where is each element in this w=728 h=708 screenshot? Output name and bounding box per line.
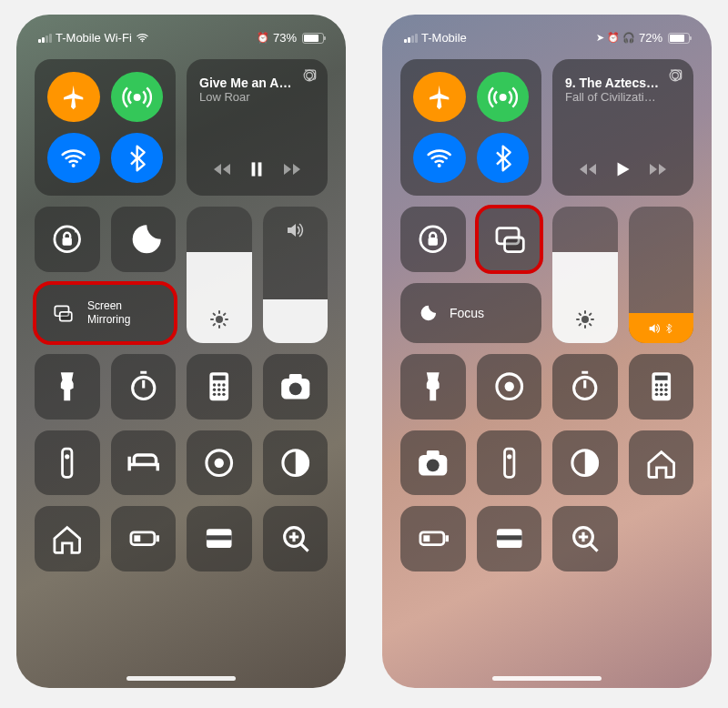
bluetooth-toggle[interactable] [111, 133, 164, 183]
screen-mirroring-icon [490, 220, 528, 258]
home-button[interactable] [629, 430, 694, 496]
home-indicator[interactable] [492, 676, 602, 681]
alarm-icon: ⏰ [257, 32, 269, 44]
bluetooth-icon [663, 323, 674, 334]
screen-mirroring-button[interactable] [477, 207, 542, 272]
cellular-toggle[interactable] [111, 72, 164, 122]
battery-icon [668, 33, 690, 44]
forward-button[interactable] [281, 158, 303, 180]
screen-mirroring-button[interactable]: Screen Mirroring [35, 283, 176, 344]
focus-label: Focus [450, 306, 484, 320]
calculator-button[interactable] [187, 354, 252, 420]
dark-mode-button[interactable] [552, 430, 618, 496]
play-button[interactable] [611, 157, 634, 181]
wifi-icon [136, 31, 149, 45]
track-title: 9. The Aztecs… [565, 76, 681, 90]
wallet-button[interactable] [187, 506, 252, 571]
shortcut-grid [400, 354, 693, 571]
home-button[interactable] [35, 506, 100, 571]
magnifier-button[interactable] [552, 506, 618, 571]
sleep-button[interactable] [111, 430, 177, 496]
brightness-slider[interactable] [187, 207, 252, 343]
timer-button[interactable] [111, 354, 177, 420]
volume-slider[interactable] [263, 207, 329, 343]
flashlight-button[interactable] [35, 354, 100, 420]
signal-bars-icon [38, 34, 52, 43]
connectivity-panel[interactable] [35, 59, 176, 196]
remote-button[interactable] [35, 430, 100, 496]
airplane-toggle[interactable] [413, 72, 466, 122]
moon-icon [417, 303, 437, 323]
screen-record-button[interactable] [187, 430, 252, 496]
screen-mirroring-label: Screen Mirroring [87, 299, 130, 326]
battery-pct: 72% [639, 31, 662, 45]
rewind-button[interactable] [211, 158, 233, 180]
control-center-right: T-Mobile ➤ ⏰ 🎧 72% 9. The Aztecs… Fall o… [382, 15, 712, 688]
now-playing-panel[interactable]: 9. The Aztecs… Fall of Civilizati… [552, 59, 693, 196]
brightness-icon [574, 308, 596, 330]
brightness-slider[interactable] [552, 207, 618, 343]
track-title: Give Me an A… [199, 76, 315, 90]
forward-button[interactable] [647, 158, 669, 180]
home-indicator[interactable] [126, 676, 236, 681]
volume-icon [284, 219, 306, 241]
shortcut-grid [35, 354, 328, 571]
screen-mirroring-icon [49, 301, 76, 325]
airplay-icon[interactable] [300, 66, 318, 85]
status-icons: ➤ ⏰ 🎧 [596, 32, 635, 44]
volume-icon [647, 321, 662, 336]
screen-record-button[interactable] [477, 354, 542, 420]
low-power-button[interactable] [111, 506, 177, 571]
timer-button[interactable] [552, 354, 618, 420]
control-center-left: T-Mobile Wi-Fi ⏰ 73% Give Me an A… Low R… [16, 15, 346, 688]
orientation-lock-button[interactable] [35, 207, 100, 272]
magnifier-button[interactable] [263, 506, 329, 571]
dark-mode-button[interactable] [263, 430, 329, 496]
low-power-button[interactable] [400, 506, 466, 571]
pause-button[interactable] [245, 157, 268, 181]
signal-bars-icon [404, 34, 418, 43]
brightness-icon [208, 308, 230, 330]
rewind-button[interactable] [577, 158, 599, 180]
carrier-label: T-Mobile [421, 31, 467, 45]
battery-pct: 73% [273, 31, 297, 45]
track-artist: Fall of Civilizati… [565, 90, 681, 104]
camera-button[interactable] [263, 354, 329, 420]
calculator-button[interactable] [629, 354, 694, 420]
airplay-icon[interactable] [666, 66, 684, 85]
status-bar: T-Mobile Wi-Fi ⏰ 73% [16, 15, 346, 50]
do-not-disturb-button[interactable] [111, 207, 177, 272]
now-playing-panel[interactable]: Give Me an A… Low Roar [187, 59, 328, 196]
bluetooth-toggle[interactable] [477, 133, 530, 183]
cellular-toggle[interactable] [477, 72, 530, 122]
track-artist: Low Roar [199, 90, 315, 104]
connectivity-panel[interactable] [400, 59, 541, 196]
status-bar: T-Mobile ➤ ⏰ 🎧 72% [382, 15, 712, 50]
volume-slider[interactable] [629, 207, 694, 343]
focus-button[interactable]: Focus [400, 283, 541, 344]
volume-fill [629, 313, 694, 343]
orientation-lock-button[interactable] [400, 207, 466, 272]
flashlight-button[interactable] [400, 354, 466, 420]
remote-button[interactable] [477, 430, 542, 496]
carrier-label: T-Mobile Wi-Fi [56, 31, 132, 45]
camera-button[interactable] [400, 430, 466, 496]
battery-icon [302, 33, 324, 44]
wallet-button[interactable] [477, 506, 542, 571]
airplane-toggle[interactable] [47, 72, 100, 122]
wifi-toggle[interactable] [413, 133, 466, 183]
wifi-toggle[interactable] [47, 133, 100, 183]
